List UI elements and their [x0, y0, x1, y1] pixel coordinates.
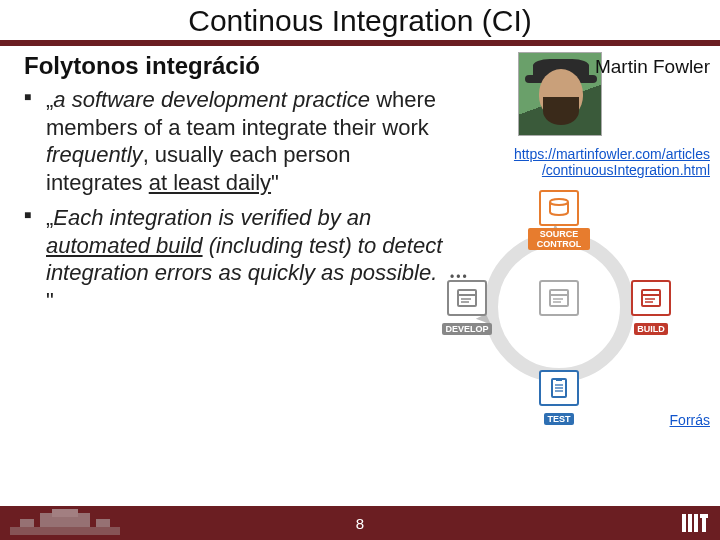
title-bar: Continous Integration (CI): [0, 0, 720, 40]
slide-body: Folytonos integráció „a software develop…: [24, 52, 710, 494]
node-test: TEST: [528, 370, 590, 426]
ci-cycle-diagram: SOURCE CONTROL BUILD TEST ••• DEVELOP: [444, 202, 674, 412]
bullet-list: „a software development practice where m…: [24, 86, 444, 314]
svg-point-0: [550, 199, 568, 205]
author-photo: [518, 52, 602, 136]
page-number: 8: [356, 515, 364, 532]
node-label: BUILD: [634, 323, 668, 335]
svg-rect-18: [10, 527, 120, 535]
svg-rect-21: [20, 519, 34, 527]
node-develop: ••• DEVELOP: [436, 280, 498, 336]
bullet-item: „Each integration is verified by an auto…: [24, 204, 444, 314]
title-underline: [0, 40, 720, 46]
article-link-line2[interactable]: /continuousIntegration.html: [542, 162, 710, 178]
node-label: DEVELOP: [442, 323, 491, 335]
node-source-control: SOURCE CONTROL: [528, 190, 590, 251]
svg-rect-23: [682, 514, 686, 532]
article-link-line1[interactable]: https://martinfowler.com/articles: [514, 146, 710, 162]
footer-bar: 8: [0, 506, 720, 540]
svg-rect-10: [458, 290, 476, 306]
source-link[interactable]: Forrás: [670, 412, 710, 428]
svg-rect-28: [702, 514, 706, 532]
checklist-icon: [547, 377, 571, 399]
node-label: TEST: [544, 413, 573, 425]
svg-rect-1: [642, 290, 660, 306]
author-name: Martin Fowler: [595, 56, 710, 78]
slide: Continous Integration (CI) Folytonos int…: [0, 0, 720, 540]
window-icon: [547, 287, 571, 309]
svg-rect-22: [96, 519, 110, 527]
svg-rect-20: [52, 509, 78, 517]
svg-rect-14: [550, 290, 568, 306]
university-logo: [10, 509, 120, 537]
node-center: [528, 280, 590, 318]
article-link[interactable]: https://martinfowler.com/articles /conti…: [455, 146, 710, 178]
bullet-item: „a software development practice where m…: [24, 86, 444, 196]
node-label: SOURCE CONTROL: [528, 228, 590, 250]
mit-logo: [680, 510, 710, 536]
svg-rect-25: [688, 514, 692, 518]
svg-rect-26: [694, 514, 698, 532]
window-icon: [639, 287, 663, 309]
window-icon: [455, 287, 479, 309]
slide-title: Continous Integration (CI): [0, 4, 720, 38]
node-build: BUILD: [620, 280, 682, 336]
svg-rect-6: [556, 378, 562, 381]
database-icon: [547, 197, 571, 219]
